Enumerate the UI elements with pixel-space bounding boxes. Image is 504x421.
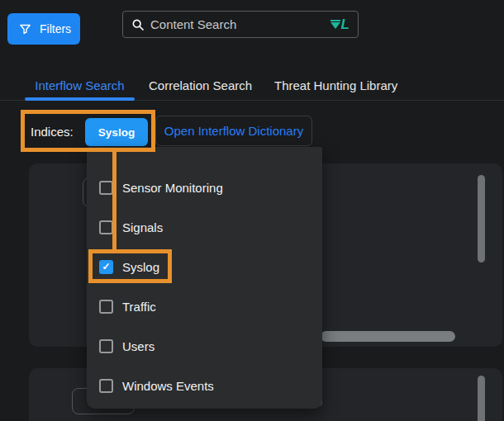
filter-funnel-icon [18,22,32,36]
dropdown-item-syslog[interactable]: ✓ Syslog [87,247,322,286]
lucene-letter: L [341,17,349,31]
indices-dropdown-menu: Sensor Monitoring Signals ✓ Syslog Traff… [87,147,322,409]
dropdown-item-label: Signals [122,220,163,234]
filters-button[interactable]: Filters [7,13,80,45]
filters-button-label: Filters [40,22,71,35]
dropdown-item-label: Sensor Monitoring [122,181,223,195]
checkbox-unchecked[interactable] [99,339,113,353]
checkbox-unchecked[interactable] [99,181,113,195]
lucene-syntax-toggle-icon[interactable]: L [330,17,349,31]
dropdown-item-label: Syslog [122,260,159,274]
dropdown-item-signals[interactable]: Signals [87,207,322,247]
tab-correlation-search[interactable]: Correlation Search [149,78,252,92]
interflow-search-page: Filters L Interflow Search Correlation S… [0,0,504,421]
legend-vertical-scrollbar[interactable] [478,376,485,421]
search-icon [131,18,145,31]
dropdown-item-traffic[interactable]: Traffic [87,286,322,326]
indices-label: Indices: [31,125,74,139]
checkbox-unchecked[interactable] [99,300,113,314]
lucene-triangle-icon [330,20,340,31]
dropdown-item-label: Users [122,339,155,353]
dropdown-item-label: Traffic [122,300,156,314]
dropdown-item-label: Windows Events [122,379,214,393]
dropdown-item-sensor-monitoring[interactable]: Sensor Monitoring [87,168,322,207]
tab-threat-hunting-library[interactable]: Threat Hunting Library [274,78,397,92]
legend-horizontal-scrollbar[interactable] [321,331,455,342]
legend-vertical-scrollbar[interactable] [478,175,485,263]
checkbox-unchecked[interactable] [99,220,113,234]
content-search-box[interactable]: L [122,11,359,38]
open-interflow-dictionary-button[interactable]: Open Interflow Dictionary [155,116,312,146]
checkbox-unchecked[interactable] [99,379,113,393]
content-search-input[interactable] [150,17,325,31]
dropdown-item-windows-events[interactable]: Windows Events [87,366,322,405]
tab-interflow-search[interactable]: Interflow Search [25,78,135,92]
selected-index-chip-syslog[interactable]: Syslog [85,118,148,146]
dropdown-item-users[interactable]: Users [87,326,322,366]
checkbox-checked[interactable]: ✓ [99,260,113,274]
active-tab-underline [25,97,135,101]
